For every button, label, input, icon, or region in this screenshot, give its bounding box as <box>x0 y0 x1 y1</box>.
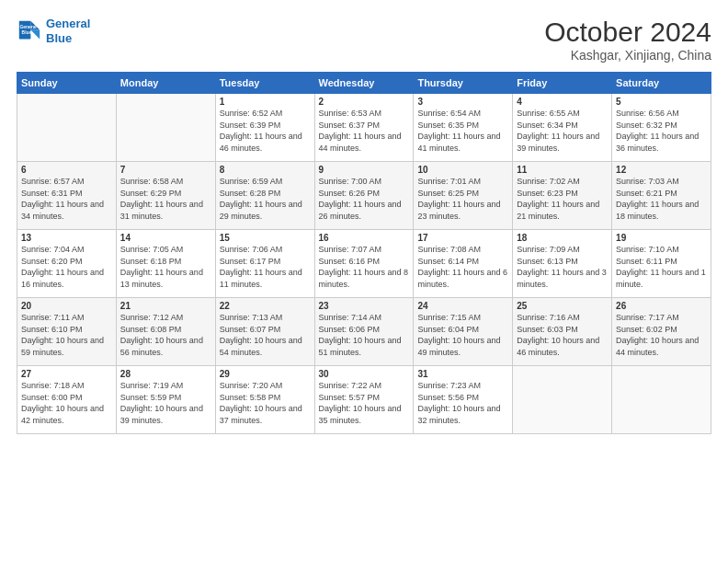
day-detail: Sunrise: 6:58 AM Sunset: 6:29 PM Dayligh… <box>120 176 211 222</box>
day-number: 25 <box>517 301 608 311</box>
day-detail: Sunrise: 7:11 AM Sunset: 6:10 PM Dayligh… <box>21 312 112 358</box>
day-detail: Sunrise: 7:13 AM Sunset: 6:07 PM Dayligh… <box>220 312 311 358</box>
day-detail: Sunrise: 7:12 AM Sunset: 6:08 PM Dayligh… <box>120 312 211 358</box>
calendar-cell: 14Sunrise: 7:05 AM Sunset: 6:18 PM Dayli… <box>116 230 215 298</box>
day-number: 22 <box>220 301 311 311</box>
calendar-cell: 13Sunrise: 7:04 AM Sunset: 6:20 PM Dayli… <box>17 230 117 298</box>
calendar-header-row: SundayMondayTuesdayWednesdayThursdayFrid… <box>17 73 711 94</box>
day-detail: Sunrise: 7:07 AM Sunset: 6:16 PM Dayligh… <box>319 244 410 290</box>
calendar-cell: 18Sunrise: 7:09 AM Sunset: 6:13 PM Dayli… <box>513 230 612 298</box>
calendar-cell: 10Sunrise: 7:01 AM Sunset: 6:25 PM Dayli… <box>414 162 513 230</box>
logo-text: General Blue <box>46 17 90 45</box>
day-detail: Sunrise: 7:17 AM Sunset: 6:02 PM Dayligh… <box>616 312 707 358</box>
day-number: 2 <box>319 97 410 107</box>
day-detail: Sunrise: 7:00 AM Sunset: 6:26 PM Dayligh… <box>319 176 410 222</box>
calendar-cell: 31Sunrise: 7:23 AM Sunset: 5:56 PM Dayli… <box>414 366 513 434</box>
calendar-cell <box>17 94 117 162</box>
calendar-cell: 1Sunrise: 6:52 AM Sunset: 6:39 PM Daylig… <box>215 94 314 162</box>
title-block: October 2024 Kashgar, Xinjiang, China <box>544 17 711 63</box>
svg-marker-1 <box>30 29 40 39</box>
day-number: 12 <box>616 165 707 175</box>
calendar-cell: 30Sunrise: 7:22 AM Sunset: 5:57 PM Dayli… <box>314 366 414 434</box>
day-number: 7 <box>120 165 211 175</box>
calendar-cell: 27Sunrise: 7:18 AM Sunset: 6:00 PM Dayli… <box>17 366 117 434</box>
day-number: 9 <box>319 165 410 175</box>
day-number: 26 <box>616 301 707 311</box>
calendar-cell: 17Sunrise: 7:08 AM Sunset: 6:14 PM Dayli… <box>414 230 513 298</box>
calendar-cell: 25Sunrise: 7:16 AM Sunset: 6:03 PM Dayli… <box>513 298 612 366</box>
day-detail: Sunrise: 7:22 AM Sunset: 5:57 PM Dayligh… <box>319 380 410 426</box>
day-detail: Sunrise: 6:54 AM Sunset: 6:35 PM Dayligh… <box>417 108 508 154</box>
month-title: October 2024 <box>544 17 711 48</box>
day-detail: Sunrise: 7:01 AM Sunset: 6:25 PM Dayligh… <box>417 176 508 222</box>
logo-general: General <box>46 17 90 30</box>
calendar-cell <box>116 94 215 162</box>
logo: General Blue General Blue <box>17 17 90 45</box>
day-number: 21 <box>120 301 211 311</box>
day-number: 29 <box>220 369 311 379</box>
calendar-cell: 28Sunrise: 7:19 AM Sunset: 5:59 PM Dayli… <box>116 366 215 434</box>
day-detail: Sunrise: 6:53 AM Sunset: 6:37 PM Dayligh… <box>319 108 410 154</box>
day-number: 4 <box>517 97 608 107</box>
weekday-header: Friday <box>513 73 612 94</box>
day-detail: Sunrise: 7:08 AM Sunset: 6:14 PM Dayligh… <box>417 244 508 290</box>
day-number: 30 <box>319 369 410 379</box>
svg-text:Blue: Blue <box>22 29 32 34</box>
calendar-cell: 4Sunrise: 6:55 AM Sunset: 6:34 PM Daylig… <box>513 94 612 162</box>
weekday-header: Sunday <box>17 73 117 94</box>
calendar-cell: 26Sunrise: 7:17 AM Sunset: 6:02 PM Dayli… <box>612 298 711 366</box>
day-number: 1 <box>220 97 311 107</box>
calendar-cell: 29Sunrise: 7:20 AM Sunset: 5:58 PM Dayli… <box>215 366 314 434</box>
day-detail: Sunrise: 6:57 AM Sunset: 6:31 PM Dayligh… <box>21 176 112 222</box>
day-detail: Sunrise: 7:06 AM Sunset: 6:17 PM Dayligh… <box>220 244 311 290</box>
calendar-cell: 19Sunrise: 7:10 AM Sunset: 6:11 PM Dayli… <box>612 230 711 298</box>
weekday-header: Monday <box>116 73 215 94</box>
weekday-header: Tuesday <box>215 73 314 94</box>
day-number: 5 <box>616 97 707 107</box>
location: Kashgar, Xinjiang, China <box>544 48 711 63</box>
day-detail: Sunrise: 7:03 AM Sunset: 6:21 PM Dayligh… <box>616 176 707 222</box>
calendar-cell: 6Sunrise: 6:57 AM Sunset: 6:31 PM Daylig… <box>17 162 117 230</box>
calendar-cell <box>513 366 612 434</box>
day-number: 28 <box>120 369 211 379</box>
calendar-week-row: 1Sunrise: 6:52 AM Sunset: 6:39 PM Daylig… <box>17 94 711 162</box>
day-number: 13 <box>21 233 112 243</box>
calendar-week-row: 13Sunrise: 7:04 AM Sunset: 6:20 PM Dayli… <box>17 230 711 298</box>
day-number: 3 <box>417 97 508 107</box>
day-number: 16 <box>319 233 410 243</box>
day-number: 19 <box>616 233 707 243</box>
day-detail: Sunrise: 7:15 AM Sunset: 6:04 PM Dayligh… <box>417 312 508 358</box>
svg-text:General: General <box>20 24 38 29</box>
calendar-cell <box>612 366 711 434</box>
day-number: 18 <box>517 233 608 243</box>
day-detail: Sunrise: 7:16 AM Sunset: 6:03 PM Dayligh… <box>517 312 608 358</box>
calendar-cell: 24Sunrise: 7:15 AM Sunset: 6:04 PM Dayli… <box>414 298 513 366</box>
calendar-cell: 8Sunrise: 6:59 AM Sunset: 6:28 PM Daylig… <box>215 162 314 230</box>
calendar-cell: 7Sunrise: 6:58 AM Sunset: 6:29 PM Daylig… <box>116 162 215 230</box>
calendar-cell: 2Sunrise: 6:53 AM Sunset: 6:37 PM Daylig… <box>314 94 414 162</box>
calendar-cell: 12Sunrise: 7:03 AM Sunset: 6:21 PM Dayli… <box>612 162 711 230</box>
calendar-cell: 20Sunrise: 7:11 AM Sunset: 6:10 PM Dayli… <box>17 298 117 366</box>
day-detail: Sunrise: 6:59 AM Sunset: 6:28 PM Dayligh… <box>220 176 311 222</box>
day-number: 14 <box>120 233 211 243</box>
header: General Blue General Blue October 2024 K… <box>17 17 711 63</box>
day-detail: Sunrise: 7:20 AM Sunset: 5:58 PM Dayligh… <box>220 380 311 426</box>
day-detail: Sunrise: 7:02 AM Sunset: 6:23 PM Dayligh… <box>517 176 608 222</box>
day-number: 23 <box>319 301 410 311</box>
day-detail: Sunrise: 7:10 AM Sunset: 6:11 PM Dayligh… <box>616 244 707 290</box>
calendar-cell: 21Sunrise: 7:12 AM Sunset: 6:08 PM Dayli… <box>116 298 215 366</box>
page: General Blue General Blue October 2024 K… <box>0 0 728 563</box>
day-detail: Sunrise: 6:55 AM Sunset: 6:34 PM Dayligh… <box>517 108 608 154</box>
calendar-cell: 3Sunrise: 6:54 AM Sunset: 6:35 PM Daylig… <box>414 94 513 162</box>
day-number: 20 <box>21 301 112 311</box>
calendar-cell: 9Sunrise: 7:00 AM Sunset: 6:26 PM Daylig… <box>314 162 414 230</box>
calendar-cell: 5Sunrise: 6:56 AM Sunset: 6:32 PM Daylig… <box>612 94 711 162</box>
day-detail: Sunrise: 7:19 AM Sunset: 5:59 PM Dayligh… <box>120 380 211 426</box>
logo-icon: General Blue <box>17 18 42 44</box>
day-detail: Sunrise: 7:14 AM Sunset: 6:06 PM Dayligh… <box>319 312 410 358</box>
day-number: 8 <box>220 165 311 175</box>
calendar: SundayMondayTuesdayWednesdayThursdayFrid… <box>17 72 711 434</box>
weekday-header: Wednesday <box>314 73 414 94</box>
day-detail: Sunrise: 6:52 AM Sunset: 6:39 PM Dayligh… <box>220 108 311 154</box>
day-number: 31 <box>417 369 508 379</box>
